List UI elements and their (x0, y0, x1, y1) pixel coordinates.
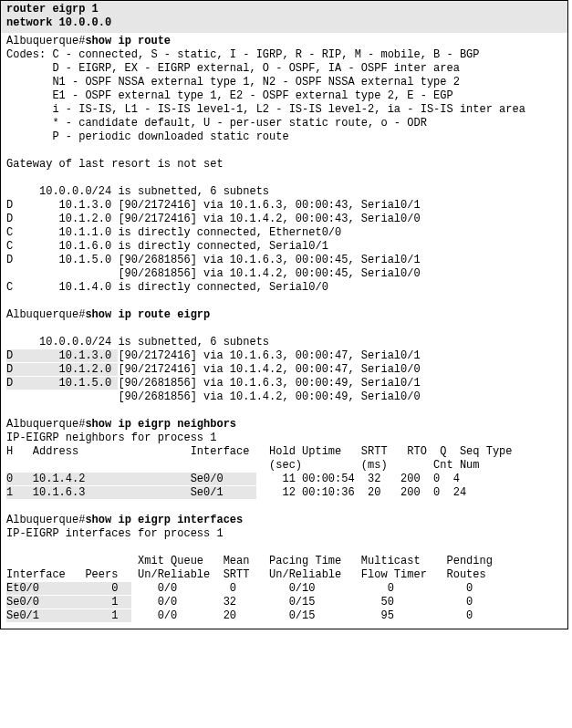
blank-line (6, 500, 562, 514)
neighbor-rest: 11 00:00:54 32 200 0 4 (256, 473, 460, 485)
interface-hl: Et0/0 0 (6, 582, 131, 595)
gateway-line: Gateway of last resort is not set (6, 158, 562, 172)
interface-rest: 0/0 20 0/15 95 0 (131, 609, 473, 622)
codes-line: * - candidate default, U - per-user stat… (6, 117, 562, 130)
neighbors-title: IP-EIGRP neighbors for process 1 (6, 432, 562, 445)
codes-line: D - EIGRP, EX - EIGRP external, O - OSPF… (6, 62, 562, 76)
cmd-show-ip-eigrp-interfaces: Albuquerque#show ip eigrp interfaces (6, 514, 562, 527)
interface-hl: Se0/0 1 (6, 596, 131, 608)
config-header: router eigrp 1 network 10.0.0.0 (1, 1, 567, 33)
neighbor-hl: 0 10.1.4.2 Se0/0 (6, 473, 256, 485)
neighbor-row: 1 10.1.6.3 Se0/1 12 00:10:36 20 200 0 24 (6, 486, 562, 500)
eigrp-route-hl: D 10.1.5.0 (6, 377, 118, 390)
eigrp-route-hl: D 10.1.3.0 (6, 349, 118, 362)
interface-rest: 0/0 0 0/10 0 0 (131, 582, 473, 595)
codes-line: Codes: C - connected, S - static, I - IG… (6, 48, 562, 62)
config-line-1: router eigrp 1 (6, 3, 562, 16)
interface-row: Se0/0 1 0/0 32 0/15 50 0 (6, 596, 562, 609)
route-line: [90/2681856] via 10.1.4.2, 00:00:45, Ser… (6, 267, 562, 281)
command: show ip eigrp interfaces (85, 514, 243, 526)
blank-line (6, 295, 562, 308)
eigrp-route-row: D 10.1.5.0 [90/2681856] via 10.1.6.3, 00… (6, 377, 562, 390)
eigrp-route-rest: [90/2681856] via 10.1.6.3, 00:00:49, Ser… (118, 377, 420, 390)
subnet-line: 10.0.0.0/24 is subnetted, 6 subnets (6, 185, 562, 199)
eigrp-route-tail: [90/2681856] via 10.1.4.2, 00:00:49, Ser… (6, 390, 562, 404)
eigrp-route-rest: [90/2172416] via 10.1.6.3, 00:00:47, Ser… (118, 349, 420, 362)
codes-line: P - periodic downloaded static route (6, 130, 562, 144)
neighbor-rest: 12 00:10:36 20 200 0 24 (256, 486, 466, 499)
interfaces-header-2: Interface Peers Un/Reliable SRTT Un/Reli… (6, 568, 562, 582)
command: show ip eigrp neighbors (85, 418, 236, 431)
blank-line (6, 322, 562, 336)
command: show ip route (85, 35, 171, 47)
cmd-show-ip-route-eigrp: Albuquerque#show ip route eigrp (6, 308, 562, 322)
route-line: D 10.1.5.0 [90/2681856] via 10.1.6.3, 00… (6, 254, 562, 267)
route-line: D 10.1.3.0 [90/2172416] via 10.1.6.3, 00… (6, 199, 562, 213)
interface-row: Se0/1 1 0/0 20 0/15 95 0 (6, 609, 562, 623)
eigrp-route-hl: D 10.1.2.0 (6, 363, 118, 376)
route-line: C 10.1.6.0 is directly connected, Serial… (6, 240, 562, 254)
blank-line (6, 541, 562, 555)
eigrp-route-row: D 10.1.3.0 [90/2172416] via 10.1.6.3, 00… (6, 349, 562, 363)
interface-rest: 0/0 32 0/15 50 0 (131, 596, 473, 608)
neighbor-hl: 1 10.1.6.3 Se0/1 (6, 486, 256, 499)
interfaces-header-1: Xmit Queue Mean Pacing Time Multicast Pe… (6, 555, 562, 568)
codes-line: N1 - OSPF NSSA external type 1, N2 - OSP… (6, 76, 562, 89)
eigrp-route-row: D 10.1.2.0 [90/2172416] via 10.1.4.2, 00… (6, 363, 562, 377)
command: show ip route eigrp (85, 308, 210, 321)
prompt: Albuquerque# (6, 514, 85, 526)
prompt: Albuquerque# (6, 308, 85, 321)
prompt: Albuquerque# (6, 35, 85, 47)
neighbors-header-2: (sec) (ms) Cnt Num (6, 459, 562, 473)
cmd-show-ip-eigrp-neighbors: Albuquerque#show ip eigrp neighbors (6, 418, 562, 432)
route-line: D 10.1.2.0 [90/2172416] via 10.1.4.2, 00… (6, 213, 562, 226)
route-line: C 10.1.4.0 is directly connected, Serial… (6, 281, 562, 295)
route-line: C 10.1.1.0 is directly connected, Ethern… (6, 226, 562, 240)
interfaces-title: IP-EIGRP interfaces for process 1 (6, 527, 562, 541)
cmd-show-ip-route: Albuquerque#show ip route (6, 35, 562, 48)
interface-row: Et0/0 0 0/0 0 0/10 0 0 (6, 582, 562, 596)
config-line-2: network 10.0.0.0 (6, 16, 562, 30)
neighbors-header-1: H Address Interface Hold Uptime SRTT RTO… (6, 445, 562, 459)
interface-hl: Se0/1 1 (6, 609, 131, 622)
neighbor-row: 0 10.1.4.2 Se0/0 11 00:00:54 32 200 0 4 (6, 473, 562, 486)
blank-line (6, 172, 562, 185)
prompt: Albuquerque# (6, 418, 85, 431)
terminal-body: Albuquerque#show ip route Codes: C - con… (1, 33, 567, 629)
blank-line (6, 404, 562, 418)
blank-line (6, 144, 562, 158)
subnet-line: 10.0.0.0/24 is subnetted, 6 subnets (6, 336, 562, 349)
terminal-frame: router eigrp 1 network 10.0.0.0 Albuquer… (0, 0, 568, 629)
codes-line: E1 - OSPF external type 1, E2 - OSPF ext… (6, 89, 562, 103)
eigrp-route-rest: [90/2172416] via 10.1.4.2, 00:00:47, Ser… (118, 363, 420, 376)
codes-line: i - IS-IS, L1 - IS-IS level-1, L2 - IS-I… (6, 103, 562, 117)
